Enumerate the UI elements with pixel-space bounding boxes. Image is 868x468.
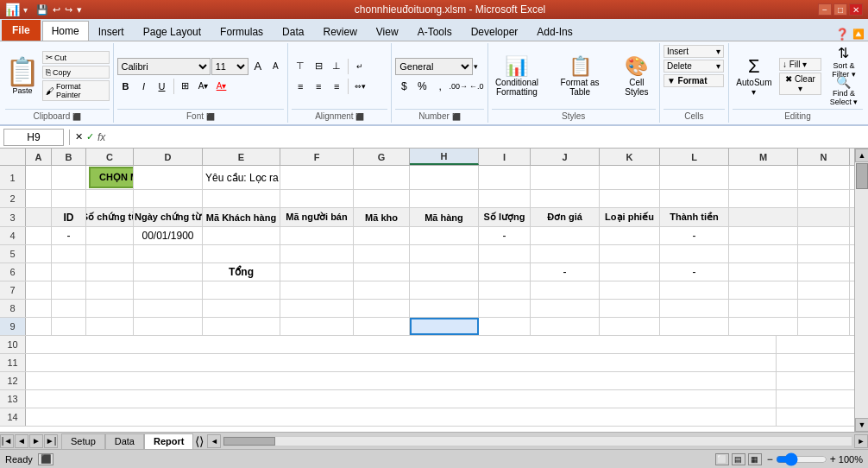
cell-f3[interactable]: Mã người bán — [280, 208, 354, 226]
cell-d7[interactable] — [134, 281, 203, 299]
cell-e9[interactable] — [203, 318, 280, 335]
cell-k6[interactable] — [600, 263, 660, 281]
cell-l1[interactable] — [660, 166, 729, 189]
view-mode-btns[interactable]: ⬜ ▤ ▦ — [715, 453, 762, 465]
cell-g4[interactable] — [354, 227, 410, 244]
cell-d6[interactable] — [134, 263, 203, 281]
cell-a9[interactable] — [26, 318, 52, 335]
cell-k1[interactable] — [600, 166, 660, 189]
col-header-f[interactable]: F — [280, 149, 354, 165]
sheet-first-btn[interactable]: |◄ — [0, 434, 14, 448]
dec-decrease-btn[interactable]: ←.0 — [468, 78, 485, 95]
cell-l4[interactable]: - — [660, 227, 729, 244]
sheet-navigation[interactable]: |◄ ◄ ► ►| — [0, 434, 58, 448]
cell-j5[interactable] — [531, 245, 600, 262]
cell-i2[interactable] — [479, 190, 531, 207]
cell-f8[interactable] — [280, 300, 354, 317]
cell-m7[interactable] — [729, 281, 798, 299]
tab-view[interactable]: View — [367, 22, 408, 41]
cell-d8[interactable] — [134, 300, 203, 317]
dec-increase-btn[interactable]: .00→ — [450, 78, 467, 95]
cell-c6[interactable] — [86, 263, 134, 281]
col-header-e[interactable]: E — [203, 149, 280, 165]
scroll-down-btn[interactable]: ▼ — [855, 418, 868, 432]
save-quick-btn[interactable]: 💾 — [36, 4, 48, 16]
cell-d1[interactable] — [134, 166, 203, 189]
cell-l7[interactable] — [660, 281, 729, 299]
zoom-in-btn[interactable]: + — [830, 453, 836, 465]
cell-a8[interactable] — [26, 300, 52, 317]
tab-atools[interactable]: A-Tools — [408, 22, 462, 41]
align-right-btn[interactable]: ≡ — [328, 78, 345, 95]
col-header-j[interactable]: J — [531, 149, 600, 165]
cell-styles-btn[interactable]: 🎨 CellStyles — [618, 47, 656, 105]
cell-e6-tong[interactable]: Tổng — [203, 263, 280, 281]
sheet-prev-btn[interactable]: ◄ — [15, 434, 28, 448]
cell-j8[interactable] — [531, 300, 600, 317]
cell-l5[interactable] — [660, 245, 729, 262]
cell-m5[interactable] — [729, 245, 798, 262]
cell-h2[interactable] — [410, 190, 479, 207]
format-btn[interactable]: ▼ Format — [664, 74, 724, 87]
cell-d9[interactable] — [134, 318, 203, 335]
cut-btn[interactable]: ✂Cut — [42, 51, 110, 64]
cell-g1[interactable] — [354, 166, 410, 189]
chon-ma-hang-btn[interactable]: CHỌN MÃ HÀNG — [89, 167, 134, 188]
col-header-c[interactable]: C — [86, 149, 134, 165]
cell-g3[interactable]: Mã kho — [354, 208, 410, 226]
cell-m6[interactable] — [729, 263, 798, 281]
cell-n8[interactable] — [798, 300, 850, 317]
cell-14[interactable] — [26, 408, 777, 426]
col-header-n[interactable]: N — [798, 149, 850, 165]
cell-h3[interactable]: Mã hàng — [410, 208, 479, 226]
cell-b7[interactable] — [52, 281, 86, 299]
cell-l2[interactable] — [660, 190, 729, 207]
tab-page-layout[interactable]: Page Layout — [134, 22, 211, 41]
col-header-k[interactable]: K — [600, 149, 660, 165]
cell-m9[interactable] — [729, 318, 798, 335]
cell-c9[interactable] — [86, 318, 134, 335]
cell-d3[interactable]: Ngày chứng từ — [134, 208, 203, 226]
cell-j4[interactable] — [531, 227, 600, 244]
h-scroll-left-btn[interactable]: ◄ — [207, 434, 221, 448]
clear-btn[interactable]: ✖ Clear ▾ — [779, 73, 821, 95]
cell-d5[interactable] — [134, 245, 203, 262]
cell-c7[interactable] — [86, 281, 134, 299]
cell-f6[interactable] — [280, 263, 354, 281]
cell-n9[interactable] — [798, 318, 850, 335]
close-btn[interactable]: ✕ — [849, 3, 863, 16]
cell-i3[interactable]: Số lượng — [479, 208, 531, 226]
cell-f7[interactable] — [280, 281, 354, 299]
cell-i7[interactable] — [479, 281, 531, 299]
cell-i1[interactable] — [479, 166, 531, 189]
font-color-btn[interactable]: A▾ — [213, 78, 230, 95]
cell-e1[interactable]: Yêu cầu: Lọc ra toàn bộ dữ liệu với điều… — [203, 166, 280, 189]
cell-b5[interactable] — [52, 245, 86, 262]
cell-b8[interactable] — [52, 300, 86, 317]
cell-g8[interactable] — [354, 300, 410, 317]
borders-btn[interactable]: ⊞ — [177, 78, 194, 95]
cell-n3[interactable] — [798, 208, 850, 226]
cell-j7[interactable] — [531, 281, 600, 299]
tab-data[interactable]: Data — [273, 22, 313, 41]
cell-g7[interactable] — [354, 281, 410, 299]
align-bottom-btn[interactable]: ⊥ — [328, 58, 345, 75]
conditional-formatting-btn[interactable]: 📊 ConditionalFormatting — [492, 47, 543, 105]
cell-n2[interactable] — [798, 190, 850, 207]
page-break-view-btn[interactable]: ▦ — [748, 453, 762, 465]
name-box[interactable] — [3, 129, 64, 146]
cell-k3[interactable]: Loại phiếu — [600, 208, 660, 226]
cell-g9[interactable] — [354, 318, 410, 335]
undo-quick-btn[interactable]: ↩ — [53, 4, 60, 16]
tab-review[interactable]: Review — [313, 22, 366, 41]
font-name-select[interactable]: Calibri — [117, 58, 211, 75]
currency-btn[interactable]: $ — [395, 78, 412, 95]
cell-k7[interactable] — [600, 281, 660, 299]
tab-developer[interactable]: Developer — [462, 22, 528, 41]
cell-a6[interactable] — [26, 263, 52, 281]
insert-sheet-btn[interactable]: ⟨⟩ — [195, 434, 204, 448]
align-left-btn[interactable]: ≡ — [292, 78, 309, 95]
underline-btn[interactable]: U — [154, 78, 171, 95]
merge-btn[interactable]: ⇔▾ — [351, 78, 368, 95]
cell-b3-id[interactable]: ID — [52, 208, 86, 226]
